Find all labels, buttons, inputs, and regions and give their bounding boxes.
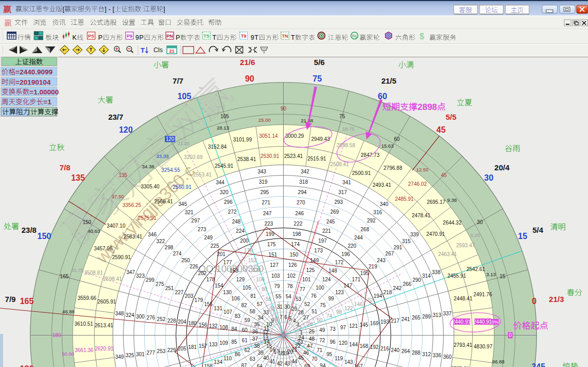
svg-text:82: 82 [241,302,247,308]
svg-text:48: 48 [309,336,315,342]
svg-text:218: 218 [383,290,392,295]
svg-text:75: 75 [339,114,346,119]
svg-text:2545.91: 2545.91 [214,163,234,169]
svg-text:147: 147 [344,283,352,289]
svg-text:267: 267 [385,251,394,257]
svg-text:273: 273 [198,227,207,232]
svg-text:3: 3 [297,322,300,327]
svg-text:78: 78 [287,283,293,289]
svg-text:99: 99 [328,296,334,301]
svg-text:52: 52 [304,301,311,307]
svg-text:=1.00000: =1.00000 [29,88,59,96]
svg-text:110: 110 [224,356,232,361]
svg-text:2796.88: 2796.88 [383,165,403,171]
svg-text:123: 123 [335,290,344,295]
svg-text:119: 119 [335,356,343,361]
svg-text:2440.91: 2440.91 [473,319,492,325]
svg-text:155: 155 [204,301,213,307]
svg-text:224: 224 [236,228,245,234]
svg-text:9P: 9P [135,34,144,41]
svg-text:297: 297 [191,218,200,224]
svg-text:249: 249 [204,235,213,241]
svg-text:21/3: 21/3 [549,295,564,304]
svg-text:295: 295 [260,189,269,195]
svg-text:312: 312 [422,352,431,357]
svg-text:71: 71 [317,347,323,353]
svg-text:2470.91: 2470.91 [426,231,445,237]
svg-text:2491.76: 2491.76 [473,292,492,297]
svg-text:21.88: 21.88 [301,118,313,123]
svg-text:252: 252 [157,316,166,322]
svg-text:165: 165 [20,297,34,306]
svg-text:296: 296 [224,199,233,205]
svg-text:72: 72 [319,338,326,343]
svg-text:=1: =1 [43,98,52,106]
svg-text:2500.91: 2500.91 [352,170,371,176]
svg-text:60: 60 [394,136,400,142]
svg-text:251: 251 [165,285,174,291]
svg-text:T9: T9 [241,34,246,39]
svg-text:105: 105 [177,92,191,101]
svg-text:3407.10: 3407.10 [107,223,126,229]
svg-text:175: 175 [267,242,276,247]
svg-text:35: 35 [254,322,260,327]
svg-text:96.88: 96.88 [492,359,505,364]
svg-text:2538.41: 2538.41 [237,156,256,162]
svg-text:274: 274 [173,251,182,257]
svg-text:345: 345 [178,201,187,207]
svg-text:203: 203 [184,293,193,299]
svg-text:2613.41: 2613.41 [95,323,114,328]
svg-text:180: 180 [188,321,197,326]
svg-text:96: 96 [330,339,336,345]
svg-text:0: 0 [509,332,512,338]
svg-text:227: 227 [175,290,184,295]
svg-text:3051.14: 3051.14 [259,133,278,139]
svg-text:Cls: Cls [153,46,163,54]
svg-text:5/5: 5/5 [446,113,457,121]
svg-text:2560.91: 2560.91 [173,184,192,190]
svg-text:6.25: 6.25 [471,232,481,238]
svg-text:23/8: 23/8 [22,226,37,234]
svg-text:9T: 9T [251,34,259,41]
svg-text:290: 290 [412,277,421,283]
svg-text:59: 59 [244,317,251,323]
svg-text:196: 196 [342,251,350,257]
svg-text:95: 95 [327,352,333,357]
svg-text:2898: 2898 [417,102,437,112]
svg-text:144: 144 [349,342,358,347]
svg-text:171: 171 [352,277,361,282]
svg-text:P: P [176,34,180,41]
svg-text:20/4: 20/4 [494,163,510,172]
svg-text:134: 134 [214,359,223,365]
svg-text:145: 145 [360,322,368,328]
svg-text:289: 289 [422,314,431,320]
svg-text:294: 294 [298,189,307,195]
svg-text:47: 47 [307,343,313,349]
svg-text:=20190104: =20190104 [16,78,51,86]
svg-text:$: $ [420,32,424,41]
svg-text:154: 154 [215,283,224,289]
svg-text:4: 4 [293,318,296,324]
svg-text:245: 245 [327,219,335,225]
svg-text:2463.41: 2463.41 [438,251,457,257]
svg-text:270: 270 [297,200,305,205]
svg-text:38: 38 [254,343,260,349]
svg-text:Big: Big [352,34,357,38]
svg-text:315: 315 [402,238,411,244]
svg-text:60: 60 [378,92,387,101]
svg-text:5: 5 [289,316,292,322]
svg-text:339: 339 [410,232,419,237]
svg-text:120: 120 [166,136,175,142]
svg-text:103: 103 [271,273,280,279]
svg-text:94: 94 [320,363,326,367]
svg-text:288: 288 [412,350,421,356]
svg-text:128: 128 [252,267,261,273]
svg-text:3356.25: 3356.25 [122,202,142,208]
svg-text:57: 57 [257,301,263,307]
svg-text:12.50: 12.50 [416,167,429,172]
svg-text:180: 180 [20,364,34,367]
svg-text:3.13: 3.13 [486,272,496,277]
svg-text:31.25: 31.25 [177,140,190,146]
svg-text:6: 6 [284,314,287,320]
svg-text:2440.91: 2440.91 [452,319,471,325]
